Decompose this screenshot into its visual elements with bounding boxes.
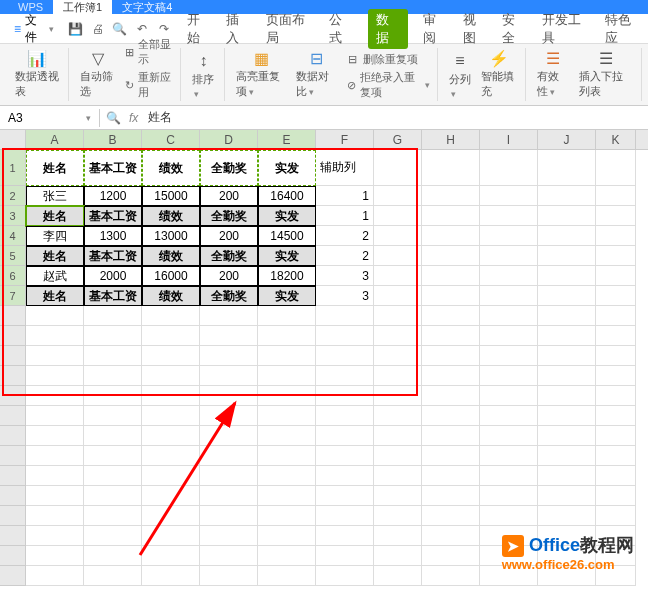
- cell[interactable]: [84, 406, 142, 426]
- cell[interactable]: [596, 386, 636, 406]
- cell[interactable]: [596, 226, 636, 246]
- cell[interactable]: 绩效: [142, 246, 200, 266]
- cell[interactable]: [142, 506, 200, 526]
- cell[interactable]: [374, 546, 422, 566]
- tab-insert[interactable]: 插入: [225, 9, 251, 49]
- cell[interactable]: [596, 426, 636, 446]
- cell[interactable]: 基本工资: [84, 246, 142, 266]
- cell[interactable]: 李四: [26, 226, 84, 246]
- cell[interactable]: [374, 566, 422, 586]
- col-header-K[interactable]: K: [596, 130, 636, 149]
- preview-icon[interactable]: 🔍: [112, 21, 128, 37]
- cell[interactable]: [258, 346, 316, 366]
- cell[interactable]: [200, 506, 258, 526]
- cell[interactable]: [374, 366, 422, 386]
- cell[interactable]: [26, 506, 84, 526]
- cell[interactable]: [84, 346, 142, 366]
- cell[interactable]: [596, 346, 636, 366]
- reapply-button[interactable]: ↻重新应用: [123, 69, 174, 101]
- cell[interactable]: [596, 406, 636, 426]
- cell[interactable]: [480, 246, 538, 266]
- cell[interactable]: [422, 326, 480, 346]
- sort-button[interactable]: ↕ 排序▾: [189, 48, 218, 101]
- cell[interactable]: [596, 186, 636, 206]
- cell[interactable]: [374, 286, 422, 306]
- row-header[interactable]: [0, 466, 26, 486]
- cell[interactable]: [596, 366, 636, 386]
- cell[interactable]: [596, 506, 636, 526]
- cell[interactable]: 姓名: [26, 246, 84, 266]
- cell[interactable]: 2: [316, 246, 374, 266]
- cell[interactable]: [200, 446, 258, 466]
- col-header-J[interactable]: J: [538, 130, 596, 149]
- cell[interactable]: [316, 466, 374, 486]
- cell[interactable]: 实发: [258, 150, 316, 186]
- cell[interactable]: 绩效: [142, 286, 200, 306]
- row-header[interactable]: [0, 386, 26, 406]
- cell[interactable]: 基本工资: [84, 206, 142, 226]
- cell[interactable]: [316, 366, 374, 386]
- cell[interactable]: [538, 506, 596, 526]
- cell[interactable]: [142, 326, 200, 346]
- save-icon[interactable]: 💾: [68, 21, 84, 37]
- cell[interactable]: [422, 150, 480, 186]
- cell[interactable]: [480, 226, 538, 246]
- tab-formula[interactable]: 公式: [328, 9, 354, 49]
- row-header[interactable]: [0, 306, 26, 326]
- cell[interactable]: [374, 526, 422, 546]
- cell[interactable]: [316, 306, 374, 326]
- cell[interactable]: [200, 426, 258, 446]
- cell[interactable]: [26, 466, 84, 486]
- cell[interactable]: [200, 566, 258, 586]
- highlight-button[interactable]: ▦ 高亮重复项▾: [233, 45, 289, 101]
- find-icon[interactable]: 🔍: [106, 111, 121, 125]
- cell[interactable]: [26, 426, 84, 446]
- cell[interactable]: [316, 346, 374, 366]
- cell[interactable]: [422, 446, 480, 466]
- cell[interactable]: [538, 266, 596, 286]
- col-header-G[interactable]: G: [374, 130, 422, 149]
- cell[interactable]: [374, 406, 422, 426]
- cell[interactable]: [142, 486, 200, 506]
- cell[interactable]: [374, 186, 422, 206]
- cell[interactable]: [26, 526, 84, 546]
- cell[interactable]: 13000: [142, 226, 200, 246]
- cell[interactable]: [422, 366, 480, 386]
- cell[interactable]: [142, 386, 200, 406]
- print-icon[interactable]: 🖨: [90, 21, 106, 37]
- cell[interactable]: [200, 546, 258, 566]
- removedup-button[interactable]: ⊟删除重复项: [345, 51, 431, 68]
- cell[interactable]: [538, 306, 596, 326]
- cell[interactable]: [596, 306, 636, 326]
- row-header[interactable]: 6: [0, 266, 26, 286]
- cell[interactable]: [316, 386, 374, 406]
- cell[interactable]: [200, 326, 258, 346]
- cell[interactable]: [200, 306, 258, 326]
- cell[interactable]: [84, 486, 142, 506]
- cell[interactable]: [480, 386, 538, 406]
- cell[interactable]: [258, 446, 316, 466]
- cell[interactable]: [480, 446, 538, 466]
- cell[interactable]: [538, 206, 596, 226]
- cell[interactable]: [316, 546, 374, 566]
- cell[interactable]: [84, 566, 142, 586]
- cell[interactable]: [596, 286, 636, 306]
- row-header[interactable]: [0, 486, 26, 506]
- select-all-corner[interactable]: [0, 130, 26, 149]
- row-header[interactable]: 3: [0, 206, 26, 226]
- col-header-F[interactable]: F: [316, 130, 374, 149]
- cell[interactable]: [422, 346, 480, 366]
- cell[interactable]: [422, 406, 480, 426]
- cell[interactable]: [374, 326, 422, 346]
- cell[interactable]: [258, 486, 316, 506]
- cell[interactable]: [538, 406, 596, 426]
- rejectdup-button[interactable]: ⊘拒绝录入重复项▾: [345, 69, 431, 101]
- cell[interactable]: 全勤奖: [200, 206, 258, 226]
- active-cell[interactable]: 姓名: [26, 206, 84, 226]
- cell[interactable]: [26, 546, 84, 566]
- cell[interactable]: 绩效: [142, 206, 200, 226]
- cell[interactable]: [374, 486, 422, 506]
- col-header-D[interactable]: D: [200, 130, 258, 149]
- cell[interactable]: [538, 150, 596, 186]
- cell[interactable]: [422, 306, 480, 326]
